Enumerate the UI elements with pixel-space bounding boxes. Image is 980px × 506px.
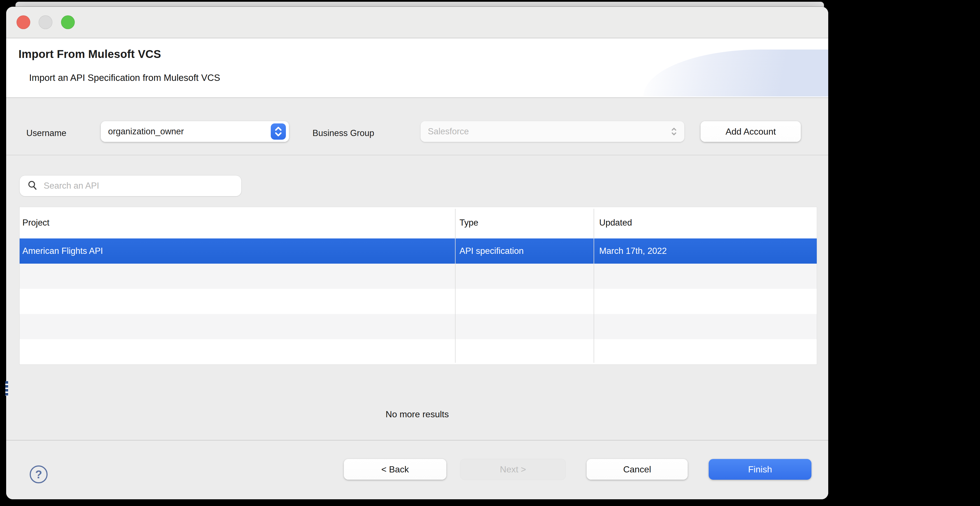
table-header-row: Project Type Updated [20, 207, 817, 238]
business-group-selected-value: Salesforce [420, 127, 469, 136]
select-arrows-disabled-icon [670, 126, 678, 140]
section-divider [6, 155, 828, 155]
username-select[interactable]: organization_owner [101, 121, 289, 142]
background-window-icon [5, 381, 8, 396]
button-bar: ? < Back Next > Cancel Finish [6, 440, 828, 499]
table-row-empty [20, 263, 817, 289]
minimize-window-button[interactable] [39, 15, 52, 29]
title-bar[interactable] [6, 7, 828, 38]
zoom-window-button[interactable] [61, 15, 75, 29]
import-wizard-dialog: Import From Mulesoft VCS Import an API S… [6, 7, 828, 499]
table-row-selected[interactable]: American Flights API API specification M… [20, 238, 817, 263]
business-group-select: Salesforce [420, 121, 684, 142]
cancel-button[interactable]: Cancel [587, 459, 688, 480]
cell-updated: March 17th, 2022 [599, 238, 667, 263]
add-account-button[interactable]: Add Account [700, 121, 801, 142]
help-icon: ? [35, 468, 42, 481]
username-label: Username [26, 127, 66, 140]
back-button[interactable]: < Back [344, 459, 446, 480]
add-account-label: Add Account [725, 127, 776, 137]
cell-project: American Flights API [22, 238, 103, 263]
search-box[interactable] [20, 176, 241, 196]
column-header-type[interactable]: Type [460, 207, 478, 238]
wizard-header: Import From Mulesoft VCS Import an API S… [6, 38, 828, 98]
status-text: No more results [6, 409, 828, 420]
column-divider[interactable] [455, 209, 455, 363]
column-divider[interactable] [593, 209, 594, 363]
business-group-label: Business Group [312, 127, 374, 140]
table-row-empty [20, 339, 817, 364]
next-button: Next > [460, 459, 566, 480]
search-input[interactable] [43, 181, 212, 191]
table-row-empty [20, 289, 817, 314]
search-icon [27, 180, 38, 192]
username-selected-value: organization_owner [101, 127, 184, 136]
page-title: Import From Mulesoft VCS [19, 48, 161, 60]
finish-button[interactable]: Finish [709, 459, 811, 480]
api-table: Project Type Updated American Flights AP… [20, 207, 817, 364]
column-header-updated[interactable]: Updated [599, 207, 632, 238]
help-button[interactable]: ? [30, 465, 48, 483]
close-window-button[interactable] [16, 15, 30, 29]
table-row-empty [20, 314, 817, 339]
page-subtitle: Import an API Specification from Mulesof… [29, 73, 220, 83]
column-header-project[interactable]: Project [22, 207, 49, 238]
cell-type: API specification [460, 238, 523, 263]
select-arrows-icon [271, 124, 286, 140]
header-decoration [643, 49, 828, 97]
